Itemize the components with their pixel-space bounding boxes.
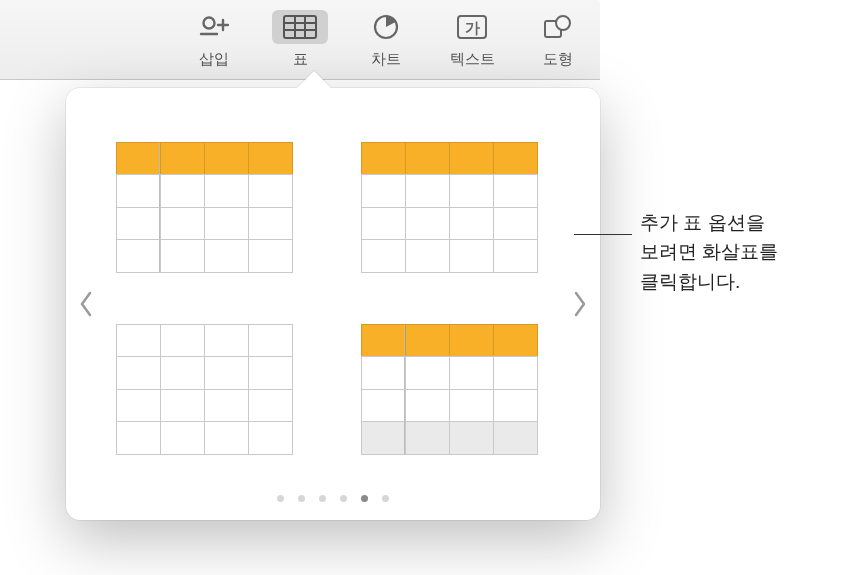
table-style-option[interactable]	[361, 142, 537, 272]
chevron-left-icon	[79, 291, 93, 317]
next-page-button[interactable]	[560, 264, 600, 344]
table-style-option[interactable]	[116, 324, 292, 454]
table-label: 표	[293, 50, 308, 69]
insert-label: 삽입	[199, 50, 229, 69]
toolbar: 삽입 표 차트 가 텍스트	[0, 0, 600, 80]
pager-dot[interactable]	[319, 495, 326, 502]
callout-line2: 보려면 화살표를	[640, 237, 778, 266]
insert-icon	[186, 10, 242, 44]
pager-dot[interactable]	[340, 495, 347, 502]
pager-dot[interactable]	[277, 495, 284, 502]
text-icon: 가	[444, 10, 500, 44]
chevron-right-icon	[573, 291, 587, 317]
shape-icon	[530, 10, 586, 44]
chart-button[interactable]: 차트	[352, 6, 420, 73]
callout-line3: 클릭합니다.	[640, 267, 778, 296]
text-button[interactable]: 가 텍스트	[438, 6, 506, 73]
shape-button[interactable]: 도형	[524, 6, 592, 73]
text-label: 텍스트	[450, 50, 495, 69]
pager-dot[interactable]	[382, 495, 389, 502]
table-button[interactable]: 표	[266, 6, 334, 73]
callout-text: 추가 표 옵션을 보려면 화살표를 클릭합니다.	[640, 208, 778, 296]
chart-label: 차트	[371, 50, 401, 69]
previous-page-button[interactable]	[66, 264, 106, 344]
pager-dot[interactable]	[361, 495, 368, 502]
insert-button[interactable]: 삽입	[180, 6, 248, 73]
table-style-popover	[66, 88, 600, 520]
pager-dot[interactable]	[298, 495, 305, 502]
table-style-option[interactable]	[116, 142, 292, 272]
svg-point-0	[204, 18, 215, 29]
svg-point-13	[556, 16, 570, 30]
page-indicator	[66, 495, 600, 502]
callout-line1: 추가 표 옵션을	[640, 208, 778, 237]
shape-label: 도형	[543, 50, 573, 69]
chart-icon	[358, 10, 414, 44]
table-style-option[interactable]	[361, 324, 537, 454]
svg-rect-4	[284, 16, 316, 38]
svg-text:가: 가	[465, 19, 480, 36]
table-icon	[272, 10, 328, 44]
callout-leader-line	[574, 234, 632, 235]
table-style-grid	[106, 114, 560, 494]
